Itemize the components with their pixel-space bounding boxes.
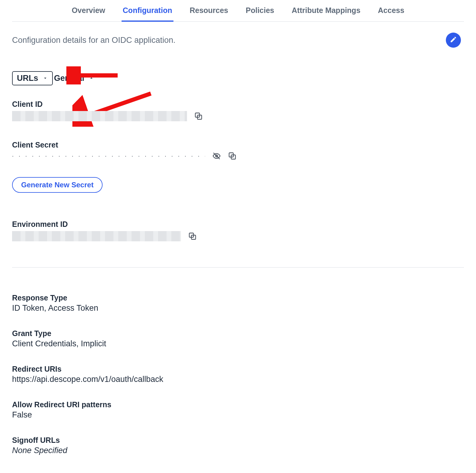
urls-dropdown[interactable]: URLs — [12, 71, 53, 85]
response-type-value: ID Token, Access Token — [12, 303, 464, 313]
copy-environment-id-button[interactable] — [188, 232, 197, 240]
copy-client-secret-button[interactable] — [228, 152, 236, 160]
grant-type-label: Grant Type — [12, 329, 464, 338]
tab-configuration[interactable]: Configuration — [122, 6, 173, 21]
chevron-down-icon — [43, 74, 48, 83]
pencil-icon — [450, 36, 457, 44]
page-description: Configuration details for an OIDC applic… — [12, 36, 176, 45]
signoff-urls-label: Signoff URLs — [12, 436, 464, 445]
tab-attribute-mappings[interactable]: Attribute Mappings — [290, 6, 362, 21]
grant-type-value: Client Credentials, Implicit — [12, 339, 464, 348]
allow-redirect-label: Allow Redirect URI patterns — [12, 400, 464, 409]
tab-resources[interactable]: Resources — [189, 6, 230, 21]
tab-access[interactable]: Access — [377, 6, 406, 21]
environment-id-value — [12, 231, 181, 241]
generate-new-secret-button[interactable]: Generate New Secret — [12, 177, 103, 193]
redirect-uris-value: https://api.descope.com/v1/oauth/callbac… — [12, 375, 464, 384]
client-secret-value: · · · · · · · · · · · · · · · · · · · · … — [12, 153, 205, 159]
allow-redirect-value: False — [12, 410, 464, 420]
copy-icon — [188, 232, 197, 240]
copy-icon — [194, 112, 203, 120]
annotation-arrow-1 — [66, 66, 121, 84]
annotation-arrow-2 — [72, 90, 157, 127]
client-secret-label: Client Secret — [12, 141, 464, 149]
client-id-value — [12, 111, 187, 121]
toggle-secret-visibility-button[interactable] — [212, 152, 221, 160]
edit-button[interactable] — [446, 33, 461, 48]
redirect-uris-label: Redirect URIs — [12, 365, 464, 373]
tab-policies[interactable]: Policies — [245, 6, 276, 21]
response-type-label: Response Type — [12, 294, 464, 302]
urls-dropdown-label: URLs — [17, 74, 38, 83]
copy-icon — [228, 152, 236, 160]
copy-client-id-button[interactable] — [194, 112, 203, 120]
environment-id-label: Environment ID — [12, 220, 464, 229]
eye-off-icon — [212, 152, 221, 160]
tabs: Overview Configuration Resources Policie… — [12, 0, 464, 22]
tab-overview[interactable]: Overview — [71, 6, 106, 21]
signoff-urls-value: None Specified — [12, 446, 464, 455]
divider — [12, 267, 464, 268]
